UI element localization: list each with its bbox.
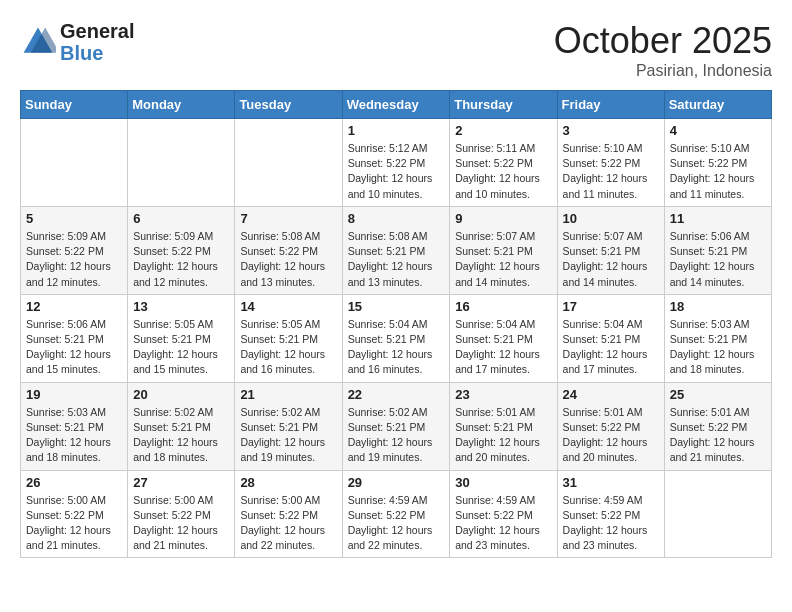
calendar-cell: 8Sunrise: 5:08 AMSunset: 5:21 PMDaylight… bbox=[342, 206, 450, 294]
calendar-cell: 31Sunrise: 4:59 AMSunset: 5:22 PMDayligh… bbox=[557, 470, 664, 558]
day-header-wednesday: Wednesday bbox=[342, 91, 450, 119]
day-info: Sunrise: 4:59 AMSunset: 5:22 PMDaylight:… bbox=[455, 493, 551, 554]
day-info: Sunrise: 5:07 AMSunset: 5:21 PMDaylight:… bbox=[563, 229, 659, 290]
day-info: Sunrise: 5:00 AMSunset: 5:22 PMDaylight:… bbox=[133, 493, 229, 554]
day-number: 8 bbox=[348, 211, 445, 226]
day-number: 17 bbox=[563, 299, 659, 314]
day-number: 10 bbox=[563, 211, 659, 226]
calendar-week-2: 5Sunrise: 5:09 AMSunset: 5:22 PMDaylight… bbox=[21, 206, 772, 294]
calendar-cell: 21Sunrise: 5:02 AMSunset: 5:21 PMDayligh… bbox=[235, 382, 342, 470]
day-number: 22 bbox=[348, 387, 445, 402]
calendar-header-row: SundayMondayTuesdayWednesdayThursdayFrid… bbox=[21, 91, 772, 119]
day-info: Sunrise: 5:05 AMSunset: 5:21 PMDaylight:… bbox=[133, 317, 229, 378]
calendar-cell: 22Sunrise: 5:02 AMSunset: 5:21 PMDayligh… bbox=[342, 382, 450, 470]
logo: General Blue bbox=[20, 20, 134, 64]
calendar-week-4: 19Sunrise: 5:03 AMSunset: 5:21 PMDayligh… bbox=[21, 382, 772, 470]
calendar-cell: 14Sunrise: 5:05 AMSunset: 5:21 PMDayligh… bbox=[235, 294, 342, 382]
day-number: 18 bbox=[670, 299, 766, 314]
day-header-friday: Friday bbox=[557, 91, 664, 119]
day-info: Sunrise: 5:04 AMSunset: 5:21 PMDaylight:… bbox=[455, 317, 551, 378]
day-info: Sunrise: 5:01 AMSunset: 5:22 PMDaylight:… bbox=[670, 405, 766, 466]
day-info: Sunrise: 5:12 AMSunset: 5:22 PMDaylight:… bbox=[348, 141, 445, 202]
calendar-cell: 10Sunrise: 5:07 AMSunset: 5:21 PMDayligh… bbox=[557, 206, 664, 294]
month-title: October 2025 bbox=[554, 20, 772, 62]
day-info: Sunrise: 5:04 AMSunset: 5:21 PMDaylight:… bbox=[348, 317, 445, 378]
day-info: Sunrise: 5:03 AMSunset: 5:21 PMDaylight:… bbox=[26, 405, 122, 466]
day-info: Sunrise: 5:03 AMSunset: 5:21 PMDaylight:… bbox=[670, 317, 766, 378]
day-info: Sunrise: 5:11 AMSunset: 5:22 PMDaylight:… bbox=[455, 141, 551, 202]
calendar-cell: 26Sunrise: 5:00 AMSunset: 5:22 PMDayligh… bbox=[21, 470, 128, 558]
day-number: 25 bbox=[670, 387, 766, 402]
day-number: 12 bbox=[26, 299, 122, 314]
calendar-cell: 9Sunrise: 5:07 AMSunset: 5:21 PMDaylight… bbox=[450, 206, 557, 294]
day-info: Sunrise: 5:01 AMSunset: 5:22 PMDaylight:… bbox=[563, 405, 659, 466]
day-number: 27 bbox=[133, 475, 229, 490]
calendar-cell: 4Sunrise: 5:10 AMSunset: 5:22 PMDaylight… bbox=[664, 119, 771, 207]
day-number: 6 bbox=[133, 211, 229, 226]
calendar-cell: 24Sunrise: 5:01 AMSunset: 5:22 PMDayligh… bbox=[557, 382, 664, 470]
calendar-cell: 25Sunrise: 5:01 AMSunset: 5:22 PMDayligh… bbox=[664, 382, 771, 470]
day-info: Sunrise: 4:59 AMSunset: 5:22 PMDaylight:… bbox=[348, 493, 445, 554]
day-number: 11 bbox=[670, 211, 766, 226]
calendar-cell: 17Sunrise: 5:04 AMSunset: 5:21 PMDayligh… bbox=[557, 294, 664, 382]
day-info: Sunrise: 5:01 AMSunset: 5:21 PMDaylight:… bbox=[455, 405, 551, 466]
day-header-sunday: Sunday bbox=[21, 91, 128, 119]
day-number: 5 bbox=[26, 211, 122, 226]
page-header: General Blue October 2025 Pasirian, Indo… bbox=[20, 20, 772, 80]
calendar-cell bbox=[235, 119, 342, 207]
calendar-cell: 12Sunrise: 5:06 AMSunset: 5:21 PMDayligh… bbox=[21, 294, 128, 382]
calendar-cell: 28Sunrise: 5:00 AMSunset: 5:22 PMDayligh… bbox=[235, 470, 342, 558]
day-header-monday: Monday bbox=[128, 91, 235, 119]
calendar-cell: 27Sunrise: 5:00 AMSunset: 5:22 PMDayligh… bbox=[128, 470, 235, 558]
calendar-week-3: 12Sunrise: 5:06 AMSunset: 5:21 PMDayligh… bbox=[21, 294, 772, 382]
day-info: Sunrise: 5:10 AMSunset: 5:22 PMDaylight:… bbox=[563, 141, 659, 202]
day-number: 29 bbox=[348, 475, 445, 490]
day-info: Sunrise: 5:02 AMSunset: 5:21 PMDaylight:… bbox=[133, 405, 229, 466]
day-info: Sunrise: 5:08 AMSunset: 5:21 PMDaylight:… bbox=[348, 229, 445, 290]
calendar-table: SundayMondayTuesdayWednesdayThursdayFrid… bbox=[20, 90, 772, 558]
day-number: 26 bbox=[26, 475, 122, 490]
day-number: 31 bbox=[563, 475, 659, 490]
day-info: Sunrise: 5:08 AMSunset: 5:22 PMDaylight:… bbox=[240, 229, 336, 290]
day-number: 7 bbox=[240, 211, 336, 226]
calendar-cell: 11Sunrise: 5:06 AMSunset: 5:21 PMDayligh… bbox=[664, 206, 771, 294]
calendar-cell: 15Sunrise: 5:04 AMSunset: 5:21 PMDayligh… bbox=[342, 294, 450, 382]
location-title: Pasirian, Indonesia bbox=[554, 62, 772, 80]
day-number: 13 bbox=[133, 299, 229, 314]
day-header-thursday: Thursday bbox=[450, 91, 557, 119]
day-info: Sunrise: 5:09 AMSunset: 5:22 PMDaylight:… bbox=[26, 229, 122, 290]
day-number: 19 bbox=[26, 387, 122, 402]
calendar-cell bbox=[21, 119, 128, 207]
logo-icon bbox=[20, 24, 56, 60]
day-number: 4 bbox=[670, 123, 766, 138]
day-info: Sunrise: 5:09 AMSunset: 5:22 PMDaylight:… bbox=[133, 229, 229, 290]
day-header-tuesday: Tuesday bbox=[235, 91, 342, 119]
day-info: Sunrise: 5:00 AMSunset: 5:22 PMDaylight:… bbox=[26, 493, 122, 554]
day-number: 24 bbox=[563, 387, 659, 402]
day-number: 1 bbox=[348, 123, 445, 138]
calendar-cell: 30Sunrise: 4:59 AMSunset: 5:22 PMDayligh… bbox=[450, 470, 557, 558]
calendar-cell: 2Sunrise: 5:11 AMSunset: 5:22 PMDaylight… bbox=[450, 119, 557, 207]
day-number: 2 bbox=[455, 123, 551, 138]
calendar-cell: 16Sunrise: 5:04 AMSunset: 5:21 PMDayligh… bbox=[450, 294, 557, 382]
calendar-cell: 3Sunrise: 5:10 AMSunset: 5:22 PMDaylight… bbox=[557, 119, 664, 207]
calendar-cell: 20Sunrise: 5:02 AMSunset: 5:21 PMDayligh… bbox=[128, 382, 235, 470]
day-number: 9 bbox=[455, 211, 551, 226]
calendar-cell: 13Sunrise: 5:05 AMSunset: 5:21 PMDayligh… bbox=[128, 294, 235, 382]
day-info: Sunrise: 5:05 AMSunset: 5:21 PMDaylight:… bbox=[240, 317, 336, 378]
calendar-cell: 6Sunrise: 5:09 AMSunset: 5:22 PMDaylight… bbox=[128, 206, 235, 294]
day-number: 15 bbox=[348, 299, 445, 314]
day-header-saturday: Saturday bbox=[664, 91, 771, 119]
day-info: Sunrise: 5:07 AMSunset: 5:21 PMDaylight:… bbox=[455, 229, 551, 290]
day-info: Sunrise: 5:02 AMSunset: 5:21 PMDaylight:… bbox=[348, 405, 445, 466]
calendar-cell bbox=[664, 470, 771, 558]
day-number: 14 bbox=[240, 299, 336, 314]
day-number: 23 bbox=[455, 387, 551, 402]
calendar-cell: 23Sunrise: 5:01 AMSunset: 5:21 PMDayligh… bbox=[450, 382, 557, 470]
day-info: Sunrise: 5:04 AMSunset: 5:21 PMDaylight:… bbox=[563, 317, 659, 378]
calendar-cell: 1Sunrise: 5:12 AMSunset: 5:22 PMDaylight… bbox=[342, 119, 450, 207]
calendar-cell: 19Sunrise: 5:03 AMSunset: 5:21 PMDayligh… bbox=[21, 382, 128, 470]
day-number: 30 bbox=[455, 475, 551, 490]
day-info: Sunrise: 5:10 AMSunset: 5:22 PMDaylight:… bbox=[670, 141, 766, 202]
day-number: 28 bbox=[240, 475, 336, 490]
